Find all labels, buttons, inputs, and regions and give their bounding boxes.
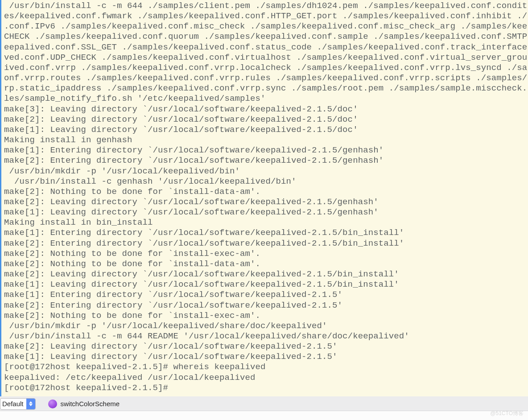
bottom-gutter — [0, 411, 528, 420]
terminal-output: /usr/bin/install -c -m 644 ./samples/cli… — [1, 0, 528, 393]
svg-marker-0 — [29, 401, 33, 404]
chevron-up-down-icon — [26, 399, 35, 409]
scheme-select[interactable]: Default — [0, 398, 36, 410]
status-bar: Default switchColorScheme — [0, 396, 528, 411]
color-dot-icon — [48, 399, 57, 408]
terminal-pane[interactable]: /usr/bin/install -c -m 644 ./samples/cli… — [0, 0, 528, 396]
svg-marker-1 — [29, 404, 33, 406]
switch-color-scheme-button[interactable]: switchColorScheme — [61, 400, 120, 408]
scheme-select-value: Default — [0, 399, 26, 408]
watermark-text: @51CTO博客 — [490, 410, 524, 417]
